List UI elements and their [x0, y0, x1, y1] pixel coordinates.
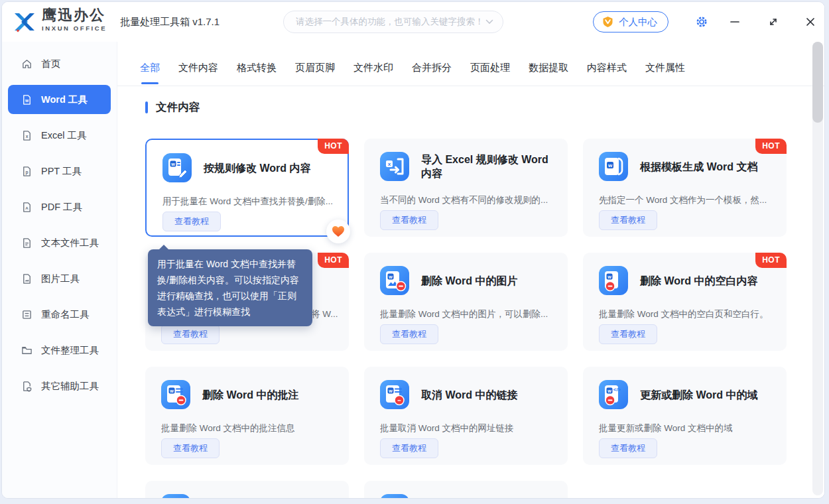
word-doc-icon: w: [21, 94, 32, 105]
tutorial-button[interactable]: 查看教程: [161, 438, 220, 458]
tutorial-button[interactable]: 查看教程: [161, 324, 220, 344]
sidebar-item-label: 文件整理工具: [41, 344, 99, 357]
function-search-select[interactable]: 请选择一个具体的功能，也可输入关键字搜索！: [283, 11, 503, 33]
ppt-doc-icon: p: [21, 166, 32, 177]
word-comment-delete-tool-icon: w: [161, 380, 190, 409]
tool-card-partial[interactable]: [145, 481, 349, 499]
tab-file-content[interactable]: 文件内容: [178, 62, 218, 84]
minimize-button[interactable]: [726, 13, 744, 31]
tool-card-generate-word-from-template[interactable]: w 根据模板生成 Word 文档 先指定一个 Word 文档作为一个模板，然..…: [583, 139, 787, 237]
tool-card-delete-word-comments[interactable]: w 删除 Word 中的批注 批量删除 Word 文档中的批注信息 查看教程: [145, 367, 349, 465]
sidebar-item-label: 文本文件工具: [41, 237, 99, 249]
sidebar-item-image-tools[interactable]: 图片工具: [2, 261, 117, 296]
resize-diagonal-icon: [768, 17, 779, 27]
sidebar-item-label: 其它辅助工具: [41, 380, 99, 393]
sidebar-item-pdf-tools[interactable]: A PDF 工具: [2, 189, 117, 225]
tool-card-remove-word-links[interactable]: w ∞ 取消 Word 中的链接 批量取消 Word 文档中的网址链接 查看教程: [364, 367, 568, 465]
sidebar-item-ppt-tools[interactable]: p PPT 工具: [2, 153, 117, 189]
tool-card-delete-word-images[interactable]: w 删除 Word 中的图片 批量删除 Word 文档中的图片，可以删除... …: [364, 253, 568, 351]
favorite-button[interactable]: [326, 220, 350, 243]
svg-text:A: A: [25, 205, 29, 210]
sidebar-item-label: PPT 工具: [41, 165, 82, 178]
tool-title: 更新或删除 Word 中的域: [640, 380, 777, 409]
tool-title: 删除 Word 中的图片: [421, 266, 558, 295]
vertical-scrollbar-thumb[interactable]: [812, 42, 823, 123]
tutorial-button[interactable]: 查看教程: [599, 210, 657, 230]
vip-badge-icon: [602, 16, 614, 28]
tab-merge-split[interactable]: 合并拆分: [412, 62, 452, 84]
user-center-button[interactable]: 个人中心: [593, 11, 669, 32]
sidebar: 首页 w Word 工具 x Excel 工具 p PPT 工具 A PDF 工…: [2, 42, 117, 498]
brand-name: 鹰迅办公: [42, 8, 107, 23]
sidebar-item-file-organize-tools[interactable]: 文件整理工具: [2, 332, 117, 368]
main-content: 全部 文件内容 格式转换 页眉页脚 文件水印 合并拆分 页面处理 数据提取 内容…: [117, 42, 824, 498]
tool-card-partial[interactable]: [364, 481, 568, 499]
tutorial-button[interactable]: 查看教程: [380, 210, 438, 230]
word-edit-tool-icon: w: [162, 153, 192, 182]
app-title: 批量处理工具箱 v1.7.1: [120, 2, 220, 42]
app-logo-icon: [11, 9, 38, 35]
vertical-scrollbar-track[interactable]: [812, 42, 823, 495]
tool-card-delete-word-blank-content[interactable]: w 删除 Word 中的空白内容 批量删除 Word 文档中的空白页和空白行。 …: [583, 253, 787, 351]
tab-file-attr[interactable]: 文件属性: [645, 62, 685, 84]
tab-watermark[interactable]: 文件水印: [353, 62, 393, 84]
tool-title: 取消 Word 中的链接: [421, 380, 558, 409]
tool-title: 删除 Word 中的空白内容: [640, 266, 777, 295]
pdf-doc-icon: A: [21, 202, 32, 213]
chevron-down-icon: [485, 19, 493, 25]
sidebar-item-label: Word 工具: [41, 94, 88, 106]
hot-badge: HOT: [755, 253, 787, 268]
tool-icon: [161, 494, 190, 499]
tab-header-footer[interactable]: 页眉页脚: [295, 62, 335, 84]
tutorial-button[interactable]: 查看教程: [380, 438, 438, 458]
hot-badge: HOT: [755, 139, 787, 154]
sidebar-item-rename-tools[interactable]: 重命名工具: [2, 296, 117, 332]
tool-description: 批量更新或删除 Word 文档中的域: [599, 422, 779, 434]
svg-text:w: w: [607, 275, 611, 279]
image-doc-icon: [21, 273, 32, 284]
tool-description: 用于批量在 Word 文档中查找并替换/删除...: [162, 196, 340, 208]
tool-description: 当不同的 Word 文档有不同的修改规则的...: [380, 194, 560, 206]
home-icon: [21, 58, 32, 70]
close-button[interactable]: [801, 13, 820, 31]
tab-data-extract[interactable]: 数据提取: [529, 62, 568, 84]
sidebar-item-label: 图片工具: [41, 273, 80, 285]
section-accent-bar: [145, 101, 148, 113]
hot-badge: HOT: [318, 139, 349, 154]
tool-card-modify-word-by-rule[interactable]: w 按规则修改 Word 内容 用于批量在 Word 文档中查找并替换/删除..…: [145, 139, 349, 237]
tutorial-button[interactable]: 查看教程: [599, 438, 657, 458]
user-center-label: 个人中心: [619, 16, 657, 29]
brand: 鹰迅办公 INXUN OFFICE: [42, 8, 107, 32]
tool-title: 删除 Word 中的批注: [202, 380, 340, 409]
svg-text:w: w: [607, 389, 611, 393]
tab-format-convert[interactable]: 格式转换: [237, 62, 277, 84]
gear-icon: [695, 15, 708, 29]
sidebar-item-label: 首页: [41, 58, 60, 70]
svg-text:x: x: [26, 133, 29, 138]
hot-badge: HOT: [318, 253, 349, 268]
tab-page-process[interactable]: 页面处理: [470, 62, 510, 84]
tutorial-button[interactable]: 查看教程: [380, 324, 438, 344]
tab-content-style[interactable]: 内容样式: [587, 62, 627, 84]
tab-all[interactable]: 全部: [140, 62, 160, 84]
sidebar-item-excel-tools[interactable]: x Excel 工具: [2, 117, 117, 153]
maximize-button[interactable]: [764, 13, 783, 31]
section-title: 文件内容: [156, 100, 200, 115]
tutorial-button[interactable]: 查看教程: [599, 324, 657, 344]
excel-doc-icon: x: [21, 130, 32, 141]
settings-button[interactable]: [692, 13, 711, 31]
svg-text:w: w: [25, 97, 29, 102]
sidebar-item-other-auxiliary-tools[interactable]: 其它辅助工具: [2, 368, 117, 404]
tool-description: 批量删除 Word 文档中的空白页和空白行。: [599, 308, 779, 320]
sidebar-item-home[interactable]: 首页: [2, 46, 117, 82]
sidebar-item-word-tools[interactable]: w Word 工具: [8, 85, 111, 114]
sidebar-item-text-file-tools[interactable]: 文本文件工具: [2, 225, 117, 261]
auxiliary-doc-icon: [21, 381, 32, 392]
tool-card-import-excel-rules[interactable]: x 导入 Excel 规则修改 Word 内容 当不同的 Word 文档有不同的…: [364, 139, 568, 237]
search-placeholder: 请选择一个具体的功能，也可输入关键字搜索！: [296, 16, 485, 28]
tutorial-button[interactable]: 查看教程: [162, 212, 221, 231]
category-tabs: 全部 文件内容 格式转换 页眉页脚 文件水印 合并拆分 页面处理 数据提取 内容…: [140, 62, 685, 84]
section-header: 文件内容: [145, 100, 200, 115]
tool-card-update-delete-word-fields[interactable]: w </> 更新或删除 Word 中的域 批量更新或删除 Word 文档中的域 …: [583, 367, 787, 465]
word-blank-delete-tool-icon: w: [599, 266, 628, 295]
